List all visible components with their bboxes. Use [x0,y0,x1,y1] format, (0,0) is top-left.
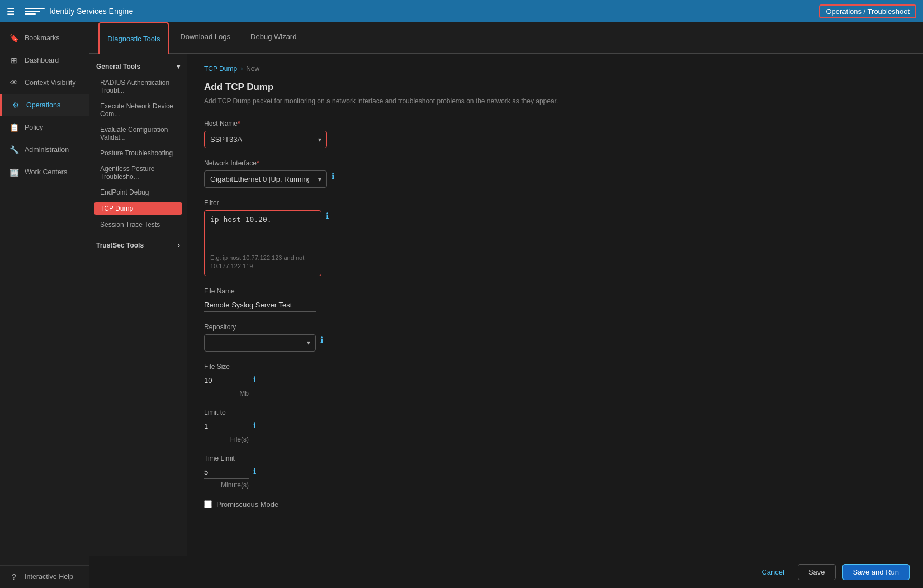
subnav-item-endpoint-debug[interactable]: EndPoint Debug [89,184,187,200]
time-limit-field: Time Limit Minute(s) ℹ [204,454,906,489]
form-description: Add TCP Dump packet for monitoring on a … [204,96,906,106]
time-limit-input[interactable] [204,466,249,479]
filter-box: ip host 10.20. E.g: ip host 10.77.122.12… [204,210,321,276]
file-size-unit: Mb [239,390,249,397]
chevron-down-icon: ▾ [177,63,180,70]
sidebar-item-interactive-help[interactable]: ? Interactive Help [0,566,89,588]
topbar: ☰ Identity Services Engine Operations / … [0,0,923,22]
host-name-select[interactable]: SSPT33A [204,131,327,148]
breadcrumb-current: New [246,65,259,73]
network-interface-select[interactable]: GigabitEthernet 0 [Up, Running] [204,170,327,188]
limit-to-input[interactable] [204,420,249,433]
subnav-item-evaluate-config[interactable]: Evaluate Configuration Validat... [89,122,187,145]
cancel-button[interactable]: Cancel [755,565,791,580]
promiscuous-mode-checkbox[interactable] [204,500,212,508]
repository-info-icon[interactable]: ℹ [320,335,323,344]
network-interface-info-icon[interactable]: ℹ [332,172,334,181]
sidebar: 🔖 Bookmarks ⊞ Dashboard 👁 Context Visibi… [0,22,89,588]
host-name-label: Host Name* [204,120,906,127]
sidebar-item-work-centers[interactable]: 🏢 Work Centers [0,161,89,183]
file-name-field: File Name [204,287,906,312]
file-size-input[interactable] [204,374,249,387]
network-interface-select-wrapper: GigabitEthernet 0 [Up, Running] ▾ [204,170,327,188]
sidebar-label-context-visibility: Context Visibility [25,79,75,87]
work-centers-icon: 🏢 [9,168,19,177]
sidebar-item-bookmarks[interactable]: 🔖 Bookmarks [0,27,89,49]
repository-field: Repository ▾ ℹ [204,323,906,352]
policy-icon: 📋 [9,123,19,132]
time-limit-row: Minute(s) ℹ [204,466,906,489]
filter-info-icon[interactable]: ℹ [326,211,329,220]
filter-textarea[interactable]: ip host 10.20. [210,215,315,249]
subnav-item-execute-network[interactable]: Execute Network Device Com... [89,98,187,122]
bookmarks-icon: 🔖 [9,34,19,42]
layout: 🔖 Bookmarks ⊞ Dashboard 👁 Context Visibi… [0,22,923,588]
repository-row: ▾ ℹ [204,334,906,352]
time-limit-label: Time Limit [204,454,906,462]
administration-icon: 🔧 [9,145,19,154]
sidebar-item-dashboard[interactable]: ⊞ Dashboard [0,49,89,72]
tabsbar: Diagnostic Tools Download Logs Debug Wiz… [89,22,923,54]
host-name-field: Host Name* SSPT33A ▾ [204,120,906,148]
save-button[interactable]: Save [798,564,836,580]
network-interface-row: GigabitEthernet 0 [Up, Running] ▾ ℹ [204,170,906,188]
sidebar-bottom: ? Interactive Help [0,565,89,588]
form-title: Add TCP Dump [204,82,906,93]
limit-to-row: File(s) ℹ [204,420,906,443]
sidebar-item-context-visibility[interactable]: 👁 Context Visibility [0,72,89,94]
app-title: Identity Services Engine [49,7,133,16]
save-and-run-button[interactable]: Save and Run [842,564,910,580]
subnav-item-radius-auth[interactable]: RADIUS Authentication Troubl... [89,75,187,98]
network-interface-field: Network Interface* GigabitEthernet 0 [Up… [204,159,906,188]
time-limit-unit: Minute(s) [221,481,249,489]
file-size-row: Mb ℹ [204,374,906,397]
topbar-right: Operations / Troubleshoot [819,4,916,18]
file-size-label: File Size [204,363,906,371]
hamburger-icon[interactable]: ☰ [7,6,15,17]
sidebar-item-administration[interactable]: 🔧 Administration [0,139,89,161]
operations-icon: ⚙ [11,101,21,110]
file-size-field: File Size Mb ℹ [204,363,906,397]
topbar-left: ☰ Identity Services Engine [7,6,133,17]
file-name-input[interactable] [204,298,316,312]
sidebar-label-interactive-help: Interactive Help [25,573,73,581]
limit-to-info-icon[interactable]: ℹ [253,421,256,430]
breadcrumb-parent[interactable]: TCP Dump [204,65,237,73]
breadcrumb-separator: › [240,65,243,73]
content-area: Diagnostic Tools Download Logs Debug Wiz… [89,22,923,588]
repository-select[interactable] [204,334,316,352]
subnav-item-agentless-posture[interactable]: Agentless Posture Troublesho... [89,161,187,184]
subnav-group-general-tools[interactable]: General Tools ▾ [89,58,187,75]
sidebar-label-administration: Administration [25,146,69,154]
subnav-item-session-trace[interactable]: Session Trace Tests [89,217,187,233]
subnav-item-posture-troubleshoot[interactable]: Posture Troubleshooting [89,145,187,161]
subnav-item-tcp-dump[interactable]: TCP Dump [94,202,182,215]
sidebar-item-policy[interactable]: 📋 Policy [0,116,89,139]
subnav-group-trustsec-tools[interactable]: TrustSec Tools › [89,237,187,254]
sidebar-label-policy: Policy [25,124,43,131]
host-name-select-wrapper: SSPT33A ▾ [204,131,327,148]
tab-diagnostic-tools[interactable]: Diagnostic Tools [98,22,169,54]
ops-troubleshoot-badge: Operations / Troubleshoot [819,4,916,18]
limit-to-label: Limit to [204,409,906,416]
promiscuous-mode-label: Promiscuous Mode [216,500,278,509]
filter-field: Filter ip host 10.20. E.g: ip host 10.77… [204,199,906,276]
file-name-label: File Name [204,287,906,295]
dashboard-icon: ⊞ [9,56,19,65]
help-icon: ? [9,572,19,581]
tab-download-logs[interactable]: Download Logs [171,22,239,53]
file-size-info-icon[interactable]: ℹ [253,375,256,384]
sidebar-label-dashboard: Dashboard [25,56,59,64]
cisco-logo [25,6,45,17]
breadcrumb: TCP Dump › New [204,65,906,73]
tab-debug-wizard[interactable]: Debug Wizard [242,22,305,53]
main-content: General Tools ▾ RADIUS Authentication Tr… [89,54,923,556]
network-interface-label: Network Interface* [204,159,906,167]
filter-label: Filter [204,199,906,207]
promiscuous-mode-field: Promiscuous Mode [204,500,906,509]
context-visibility-icon: 👁 [9,78,19,87]
subnav: General Tools ▾ RADIUS Authentication Tr… [89,54,187,556]
sidebar-item-operations[interactable]: ⚙ Operations [0,94,89,116]
time-limit-info-icon[interactable]: ℹ [253,467,256,476]
limit-to-unit: File(s) [230,435,249,443]
